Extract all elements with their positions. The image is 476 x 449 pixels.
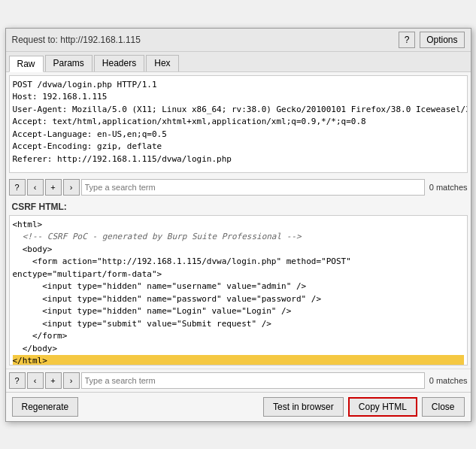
csrf-line-1: <html>: [13, 219, 464, 232]
csrf-line-3: <body>: [13, 244, 464, 256]
csrf-line-7: <input type="hidden" name="password" val…: [13, 293, 464, 306]
request-line-5: Accept-Language: en-US,en;q=0.5: [13, 129, 464, 141]
bottom-matches-label: 0 matches: [429, 376, 468, 385]
csrf-line-11: </body>: [13, 343, 464, 356]
request-content[interactable]: POST /dvwa/login.php HTTP/1.1 Host: 192.…: [9, 75, 468, 173]
csrf-code-section[interactable]: <html> <!-- CSRF PoC - generated by Burp…: [9, 215, 468, 366]
csrf-dialog: Request to: http://192.168.1.115 ? Optio…: [5, 28, 471, 422]
request-line-7: Referer: http://192.168.1.115/dvwa/login…: [13, 153, 464, 166]
action-bar: Regenerate Test in browser Copy HTML Clo…: [6, 392, 471, 421]
top-back-btn[interactable]: ‹: [27, 179, 44, 196]
top-forward-btn[interactable]: +: [45, 179, 62, 196]
request-line-4: Accept: text/html,application/xhtml+xml,…: [13, 116, 464, 129]
request-line-1: POST /dvwa/login.php HTTP/1.1: [13, 79, 464, 92]
top-help-nav-btn[interactable]: ?: [9, 179, 26, 196]
tab-hex[interactable]: Hex: [146, 55, 178, 71]
tab-params[interactable]: Params: [45, 55, 92, 71]
title-bar: Request to: http://192.168.1.115 ? Optio…: [6, 29, 471, 52]
regenerate-button[interactable]: Regenerate: [12, 397, 79, 417]
top-next-btn[interactable]: ›: [63, 179, 80, 196]
request-line-3: User-Agent: Mozilla/5.0 (X11; Linux x86_…: [13, 104, 464, 117]
bottom-forward-btn[interactable]: +: [45, 372, 62, 389]
test-in-browser-button[interactable]: Test in browser: [263, 397, 344, 417]
tab-bar: Raw Params Headers Hex: [6, 52, 471, 72]
bottom-back-btn[interactable]: ‹: [27, 372, 44, 389]
top-search-input[interactable]: [81, 179, 425, 196]
request-line-6: Accept-Encoding: gzip, deflate: [13, 141, 464, 153]
bottom-help-nav-btn[interactable]: ?: [9, 372, 26, 389]
dialog-title: Request to: http://192.168.1.115: [12, 35, 141, 45]
bottom-next-btn[interactable]: ›: [63, 372, 80, 389]
csrf-line-6: <input type="hidden" name="username" val…: [13, 281, 464, 293]
bottom-search-bar: ? ‹ + › 0 matches: [6, 369, 471, 392]
copy-html-button[interactable]: Copy HTML: [348, 397, 417, 417]
close-button[interactable]: Close: [422, 397, 465, 417]
top-matches-label: 0 matches: [429, 183, 468, 192]
title-actions: ? Options: [399, 32, 464, 48]
csrf-line-12: </html>: [13, 355, 464, 366]
csrf-line-4: <form action="http://192.168.1.115/dvwa/…: [13, 256, 464, 268]
csrf-line-8: <input type="hidden" name="Login" value=…: [13, 305, 464, 318]
tab-headers[interactable]: Headers: [94, 55, 144, 71]
top-search-bar: ? ‹ + › 0 matches: [6, 176, 471, 199]
csrf-line-10: </form>: [13, 330, 464, 343]
csrf-line-2: <!-- CSRF PoC - generated by Burp Suite …: [13, 231, 464, 244]
csrf-line-9: <input type="submit" value="Submit reque…: [13, 318, 464, 331]
help-button[interactable]: ?: [399, 32, 415, 48]
bottom-search-input[interactable]: [81, 372, 425, 389]
csrf-line-5: enctype="multipart/form-data">: [13, 268, 464, 281]
tab-raw[interactable]: Raw: [9, 56, 44, 72]
options-button[interactable]: Options: [420, 32, 464, 48]
csrf-label: CSRF HTML:: [6, 199, 471, 214]
request-line-2: Host: 192.168.1.115: [13, 91, 464, 104]
